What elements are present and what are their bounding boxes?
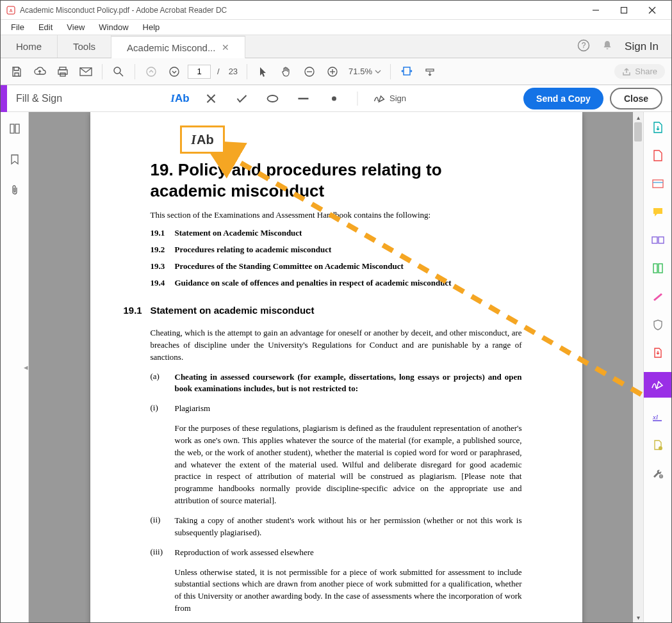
fillsign-rail-icon[interactable] [644,372,672,398]
send-for-sign-icon[interactable] [649,436,667,454]
x-mark-tool-icon[interactable] [203,91,218,106]
window-title: Academic Misconduct Policy.pdf - Adobe A… [20,6,582,15]
bell-icon[interactable] [602,40,613,53]
line-tool-icon[interactable] [295,91,311,106]
toolbar: / 23 71.5% Share [1,58,671,85]
collapse-handle-icon[interactable]: ◂ [22,355,29,378]
zoom-select[interactable]: 71.5% [346,65,384,77]
mail-icon[interactable] [76,62,95,81]
close-tab-icon[interactable]: ✕ [222,42,229,53]
edit-pdf-icon[interactable] [649,175,667,193]
scroll-thumb[interactable] [634,122,642,142]
body-paragraph: Cheating, which is the attempt to gain a… [151,327,522,364]
fillsign-bar: Fill & Sign IAb Sign Send a Copy Close [1,85,671,112]
document-area[interactable]: 19. Policy and procedures relating to ac… [29,112,643,622]
scroll-down-icon[interactable]: ▾ [633,612,643,622]
chevron-down-icon [375,70,381,74]
zoom-in-icon[interactable] [323,62,342,81]
maximize-button[interactable] [610,1,638,20]
right-rail: xl [643,112,671,622]
tab-home[interactable]: Home [1,35,58,58]
svg-text:xl: xl [652,413,658,421]
close-button[interactable]: Close [610,88,662,109]
list-item: For the purposes of these regulations, p… [151,423,522,507]
svg-rect-33 [659,237,664,243]
export-pdf-icon[interactable] [649,118,667,136]
protect-icon[interactable] [649,316,667,334]
list-item: (a)Cheating in assessed coursework (for … [151,371,522,396]
menu-window[interactable]: Window [92,21,135,33]
fillsign-label: Fill & Sign [16,93,62,104]
svg-text:A: A [10,8,13,13]
help-icon[interactable]: ? [577,39,590,54]
minimize-button[interactable] [582,1,610,20]
attachment-icon[interactable] [6,181,24,199]
svg-rect-29 [15,124,19,133]
search-icon[interactable] [109,62,128,81]
svg-rect-30 [653,180,663,188]
list-item: (ii)Taking a copy of another student's w… [151,515,522,539]
checkmark-tool-icon[interactable] [234,91,249,106]
page-total: 23 [229,67,238,76]
menu-help[interactable]: Help [136,21,167,33]
svg-rect-35 [659,264,662,273]
add-text-tool-icon[interactable]: IAb [172,91,188,106]
menu-edit[interactable]: Edit [32,21,59,33]
compress-icon[interactable] [649,344,667,362]
vertical-scrollbar[interactable]: ▴ ▾ [633,112,643,622]
combine-icon[interactable] [649,231,667,249]
svg-rect-28 [10,124,14,133]
menu-file[interactable]: File [4,21,31,33]
scroll-up-icon[interactable]: ▴ [633,112,643,122]
main-area: ◂ 19. Policy and procedures relating to … [1,112,671,622]
send-copy-button[interactable]: Send a Copy [523,88,603,109]
titlebar: A Academic Misconduct Policy.pdf - Adobe… [1,1,671,20]
sign-tool[interactable]: Sign [373,93,406,104]
dot-tool-icon[interactable] [326,91,341,106]
bookmark-icon[interactable] [6,150,24,168]
svg-line-13 [120,73,123,76]
doc-intro: This section of the Examinations and Ass… [151,210,522,220]
tab-tools[interactable]: Tools [58,35,111,58]
circle-tool-icon[interactable] [265,91,280,106]
tab-document[interactable]: Academic Miscond... ✕ [111,36,245,58]
page-input[interactable] [188,65,211,79]
pdf-page: 19. Policy and procedures relating to ac… [90,112,582,622]
organize-icon[interactable] [649,259,667,277]
toc-row: 19.3Procedures of the Standing Committee… [151,261,522,271]
redact-icon[interactable] [649,287,667,305]
thumbnails-icon[interactable] [6,120,24,138]
create-pdf-icon[interactable] [649,147,667,165]
svg-rect-9 [58,70,67,74]
svg-rect-34 [653,264,657,273]
window-controls [582,1,666,20]
toc-row: 19.2Procedures relating to academic misc… [151,245,522,255]
more-tools-icon[interactable]: xl [649,408,667,426]
page-down-icon[interactable] [165,62,184,81]
menu-view[interactable]: View [60,21,91,33]
settings-icon[interactable] [649,464,667,482]
hand-tool-icon[interactable] [277,62,296,81]
signature-icon [373,93,386,104]
select-tool-icon[interactable] [254,62,273,81]
cloud-icon[interactable] [30,62,49,81]
scroll-mode-icon[interactable] [420,62,439,81]
print-icon[interactable] [53,62,72,81]
close-window-button[interactable] [638,1,666,20]
tabbar: Home Tools Academic Miscond... ✕ ? Sign … [1,35,671,58]
page-up-icon[interactable] [142,62,161,81]
fit-width-icon[interactable] [397,62,416,81]
svg-point-12 [114,67,120,74]
save-icon[interactable] [7,62,26,81]
page-separator: / [217,67,220,76]
add-text-highlight: Ab [180,125,225,154]
fillsign-accent [1,85,7,112]
signin-link[interactable]: Sign In [625,40,659,53]
svg-rect-21 [404,67,410,75]
toc-row: 19.4Guidance on scale of offences and pe… [151,278,522,288]
svg-point-15 [170,67,179,76]
share-button[interactable]: Share [614,64,665,79]
svg-rect-32 [652,237,657,243]
zoom-out-icon[interactable] [300,62,319,81]
comment-icon[interactable] [649,203,667,221]
